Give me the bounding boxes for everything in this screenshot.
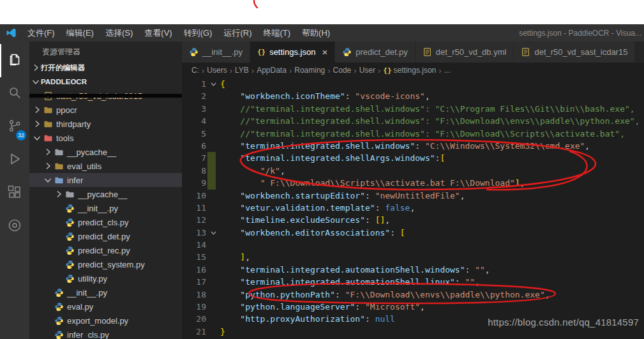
code-line-16[interactable]: 16 "terminal.integrated.automationShell.…	[182, 264, 644, 276]
breadcrumb-item-AppData[interactable]: AppData	[257, 66, 287, 75]
tree-item-__pycache__[interactable]: __pycache__	[29, 145, 182, 159]
vscode-logo-icon	[6, 27, 17, 38]
line-number: 16	[182, 264, 206, 276]
files-icon	[7, 52, 22, 70]
tree-item-label: eval_utils	[67, 162, 101, 171]
breadcrumb-item-User[interactable]: User	[359, 66, 375, 75]
menu-item-4[interactable]: 查看(V)	[139, 24, 177, 41]
chevron-placeholder	[43, 315, 53, 326]
tab-det_r50_vd_sast_icdar15[interactable]: det_r50_vd_sast_icdar15	[514, 41, 635, 63]
code-line-1[interactable]: 1{	[182, 78, 644, 90]
menu-item-2[interactable]: 编辑(E)	[61, 24, 100, 41]
gutter	[206, 276, 220, 288]
code-line-18[interactable]: 18 "python.pythonPath": "F:\\Download\\e…	[182, 289, 644, 301]
breadcrumb-item-LYB[interactable]: LYB	[235, 66, 249, 75]
tree-item-infer[interactable]: infer	[29, 173, 182, 187]
fold-chevron-icon[interactable]	[206, 227, 220, 239]
breadcrumb-item-Users[interactable]: Users	[207, 66, 227, 75]
tab-settings-json[interactable]: {}settings.json×	[250, 41, 335, 63]
code-line-10[interactable]: 10 "workbench.startupEditor": "newUntitl…	[182, 190, 644, 202]
tree-item-eval-py[interactable]: eval.py	[29, 299, 182, 313]
code-line-17[interactable]: 17 "terminal.integrated.automationShell.…	[182, 276, 644, 288]
breadcrumb-label: User	[359, 66, 375, 75]
gutter	[206, 190, 220, 202]
activity-extension-circle[interactable]	[0, 210, 29, 243]
activity-run-debug[interactable]	[0, 144, 29, 177]
code-line-4[interactable]: 4 //"terminal.integrated.shell.windows":…	[182, 115, 644, 127]
tree-item-__init__-py[interactable]: __init__.py	[29, 285, 182, 299]
search-icon	[7, 85, 22, 103]
code-line-8[interactable]: 8 "/k",	[182, 165, 644, 177]
tree-item-label: eval.py	[67, 302, 93, 312]
tree-item-label: infer	[67, 176, 83, 185]
code-line-15[interactable]: 15 ],	[182, 251, 644, 263]
menu-item-3[interactable]: 选择(S)	[100, 24, 139, 41]
code-line-9[interactable]: 9 " F:\\Download\\Scripts\\activate.bat …	[182, 177, 644, 189]
tree-item-utility-py[interactable]: utility.py	[29, 271, 182, 285]
tab-predict_det-py[interactable]: predict_det.py	[335, 41, 416, 63]
tree-item-export_model-py[interactable]: export_model.py	[29, 313, 182, 328]
menu-item-7[interactable]: 终端(T)	[257, 24, 296, 41]
tree-item-predict_rec-py[interactable]: predict_rec.py	[29, 243, 182, 257]
line-number: 20	[182, 313, 206, 325]
breadcrumb-item-[interactable]: ...	[444, 66, 451, 75]
breadcrumb-item-Roaming[interactable]: Roaming	[294, 66, 325, 75]
menu-item-8[interactable]: 帮助(H)	[296, 24, 336, 41]
tree-item-predict_system-py[interactable]: predict_system.py	[29, 257, 182, 271]
close-icon[interactable]: ×	[322, 47, 327, 57]
code-line-12[interactable]: 12 "timeline.excludeSources": [],	[182, 214, 644, 226]
breadcrumb-item-Code[interactable]: Code	[333, 66, 352, 75]
tab-det_r50_vd_db-yml[interactable]: det_r50_vd_db.yml	[416, 41, 514, 63]
file-tree: sast_r50_vd_icdar2015ppocrthirdpartytool…	[29, 89, 182, 339]
line-number: 19	[182, 301, 206, 313]
code-line-14[interactable]: 14	[182, 239, 644, 251]
breadcrumb-item-C[interactable]: C:	[191, 66, 199, 75]
tree-item-eval_utils[interactable]: eval_utils	[29, 159, 182, 173]
tree-item-predict_det-py[interactable]: predict_det.py	[29, 229, 182, 243]
code-line-7[interactable]: 7 "terminal.integrated.shellArgs.windows…	[182, 152, 644, 164]
tree-item-thirdparty[interactable]: thirdparty	[29, 117, 182, 131]
code-text: "timeline.excludeSources": [],	[220, 214, 390, 226]
code-text: "terminal.integrated.shellArgs.windows":…	[220, 152, 445, 164]
code-line-6[interactable]: 6 "terminal.integrated.shell.windows": "…	[182, 140, 644, 152]
tab-__init__-py[interactable]: __init__.py	[182, 41, 250, 63]
code-line-19[interactable]: 19 "python.languageServer": "Microsoft",	[182, 301, 644, 313]
code-line-13[interactable]: 13 "workbench.editorAssociations": [	[182, 227, 644, 239]
menu-bar: 文件(F)编辑(E)选择(S)查看(V)转到(G)运行(R)终端(T)帮助(H)	[22, 24, 336, 41]
tree-item-sast_r50_vd_icdar2015[interactable]: sast_r50_vd_icdar2015	[29, 89, 182, 103]
code-text: "workbench.editorAssociations": [	[220, 227, 405, 239]
code-line-11[interactable]: 11 "vetur.validation.template": false,	[182, 202, 644, 214]
menu-item-1[interactable]: 文件(F)	[22, 24, 61, 41]
code-line-3[interactable]: 3 //"terminal.integrated.shell.windows":…	[182, 103, 644, 115]
code-editor[interactable]: 1{2 "workbench.iconTheme": "vscode-icons…	[182, 78, 644, 339]
section-open-editors[interactable]: 打开的编辑器	[29, 61, 182, 75]
activity-explorer[interactable]	[0, 44, 29, 77]
line-number: 7	[182, 152, 206, 164]
breadcrumb-separator: ›	[327, 66, 330, 75]
section-paddleocr[interactable]: PADDLEOCR	[29, 75, 182, 89]
code-line-5[interactable]: 5 //"terminal.integrated.shell.windows":…	[182, 128, 644, 140]
python-file-icon	[189, 47, 198, 57]
gutter	[206, 239, 220, 251]
line-number: 15	[182, 251, 206, 263]
activity-search[interactable]	[0, 77, 29, 110]
tree-item-__init__-py[interactable]: __init__.py	[29, 201, 182, 215]
fold-chevron-icon[interactable]	[206, 78, 220, 90]
tab-label: predict_det.py	[356, 47, 408, 57]
folder-red-icon	[42, 133, 54, 143]
tree-item-predict_cls-py[interactable]: predict_cls.py	[29, 215, 182, 229]
menu-item-5[interactable]: 转到(G)	[178, 24, 218, 41]
gutter	[206, 177, 220, 189]
code-line-2[interactable]: 2 "workbench.iconTheme": "vscode-icons",	[182, 90, 644, 102]
tree-item-infer_cls-py[interactable]: infer_cls.py	[29, 328, 182, 339]
tree-item-ppocr[interactable]: ppocr	[29, 103, 182, 117]
tree-item-tools[interactable]: tools	[29, 131, 182, 145]
activity-source-control[interactable]: 32	[0, 110, 29, 144]
tree-item-__pycache__[interactable]: __pycache__	[29, 187, 182, 201]
breadcrumb-item-settingsjson[interactable]: {}settings.json	[383, 66, 436, 75]
breadcrumb-label: Roaming	[294, 66, 325, 75]
activity-extensions[interactable]	[0, 177, 29, 210]
activity-bar: 32	[0, 41, 29, 339]
menu-item-6[interactable]: 运行(R)	[218, 24, 257, 41]
section-label: 打开的编辑器	[41, 63, 85, 73]
